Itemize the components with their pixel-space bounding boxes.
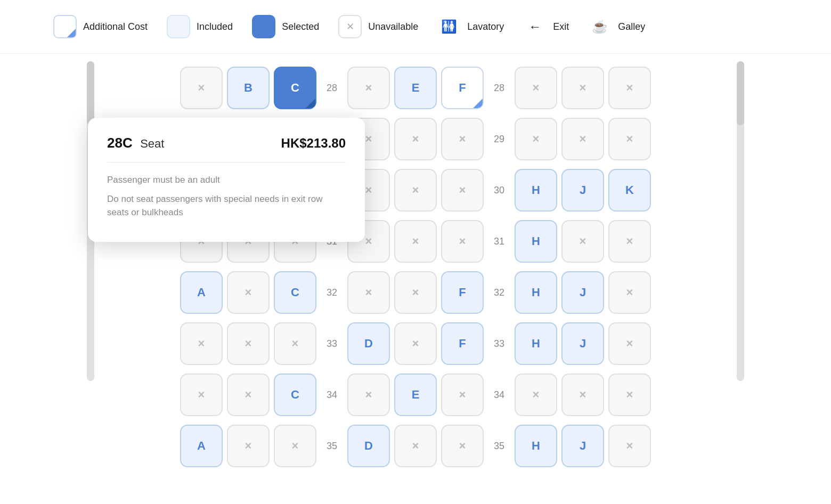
legend-item-additional-cost: Additional Cost [53,15,148,38]
seat-32D[interactable]: × [347,271,390,314]
seat-35J[interactable]: J [561,425,604,467]
x-mark: × [626,81,633,95]
seat-28A[interactable]: × [180,67,223,109]
seat-31J[interactable]: × [561,220,604,263]
seat-34H[interactable]: × [515,373,557,416]
seat-29K[interactable]: × [608,118,651,160]
seat-33K[interactable]: × [608,322,651,365]
seat-32F[interactable]: F [441,271,484,314]
seat-33A[interactable]: × [180,322,223,365]
seat-34K[interactable]: × [608,373,651,416]
row-number-right: 33 [486,338,512,349]
left-scroll-thumb[interactable] [87,61,94,125]
seat-33E[interactable]: × [394,322,437,365]
legend-item-exit: ← Exit [523,15,569,38]
seat-label: F [459,337,466,351]
legend-item-unavailable: ✕ Unavailable [338,15,418,38]
row-number-right: 31 [486,236,512,247]
x-mark: × [459,132,466,146]
seat-28K[interactable]: × [608,67,651,109]
seat-28H[interactable]: × [515,67,557,109]
seat-33H[interactable]: H [515,322,557,365]
seat-32K[interactable]: × [608,271,651,314]
seat-35A[interactable]: A [180,425,223,467]
seat-31E[interactable]: × [394,220,437,263]
seat-28D[interactable]: × [347,67,390,109]
x-mark: × [580,81,586,95]
row-number-right: 34 [486,389,512,401]
legend: Additional Cost Included Selected ✕ Unav… [0,0,831,54]
x-mark: × [459,234,466,248]
seat-30F[interactable]: × [441,169,484,212]
x-mark: × [459,183,466,197]
seat-label: H [532,439,540,453]
seat-label: J [580,286,586,299]
seat-32A[interactable]: A [180,271,223,314]
x-mark: × [365,81,372,95]
seat-label: J [580,183,586,197]
row-number-left: 33 [319,338,345,349]
seat-29J[interactable]: × [561,118,604,160]
x-mark: × [245,286,252,299]
seat-row: ××C34×E×34××× [178,371,653,418]
seat-34E[interactable]: E [394,373,437,416]
x-mark: × [580,234,586,248]
x-mark: × [365,388,372,402]
seat-28E[interactable]: E [394,67,437,109]
seat-32C[interactable]: C [274,271,316,314]
seat-31F[interactable]: × [441,220,484,263]
seat-31K[interactable]: × [608,220,651,263]
x-mark: × [245,337,252,351]
seat-label: A [197,439,206,453]
seat-34B[interactable]: × [227,373,270,416]
seat-35H[interactable]: H [515,425,557,467]
seat-32E[interactable]: × [394,271,437,314]
right-scroll-thumb[interactable] [737,61,744,125]
seat-35F[interactable]: × [441,425,484,467]
seat-29H[interactable]: × [515,118,557,160]
seat-31H[interactable]: H [515,220,557,263]
seat-32B[interactable]: × [227,271,270,314]
tooltip-price: HK$213.80 [281,136,346,151]
seat-30J[interactable]: J [561,169,604,212]
seat-30K[interactable]: K [608,169,651,212]
seat-30H[interactable]: H [515,169,557,212]
seat-32J[interactable]: J [561,271,604,314]
seat-28J[interactable]: × [561,67,604,109]
seat-33D[interactable]: D [347,322,390,365]
seat-label: C [291,286,299,299]
seat-label: H [532,337,540,351]
x-mark: × [412,439,419,453]
galley-label: Galley [618,21,645,32]
seat-35K[interactable]: × [608,425,651,467]
seat-33J[interactable]: J [561,322,604,365]
seat-33C[interactable]: × [274,322,316,365]
seat-28F[interactable]: F [441,67,484,109]
x-mark: × [412,183,419,197]
seat-34A[interactable]: × [180,373,223,416]
seat-29E[interactable]: × [394,118,437,160]
seat-35E[interactable]: × [394,425,437,467]
seat-label: H [532,286,540,299]
lavatory-icon: 🚻 [437,15,461,38]
seat-33B[interactable]: × [227,322,270,365]
seat-33F[interactable]: F [441,322,484,365]
seat-35B[interactable]: × [227,425,270,467]
seat-29F[interactable]: × [441,118,484,160]
seat-32H[interactable]: H [515,271,557,314]
seat-30E[interactable]: × [394,169,437,212]
right-scrollbar[interactable] [737,61,744,381]
x-mark: × [365,132,372,146]
seat-34D[interactable]: × [347,373,390,416]
seat-28B[interactable]: B [227,67,270,109]
x-mark: × [198,337,205,351]
seat-28C[interactable]: C [274,67,316,109]
seat-label: J [580,439,586,453]
seat-34F[interactable]: × [441,373,484,416]
seat-34C[interactable]: C [274,373,316,416]
row-number-right: 35 [486,441,512,452]
seat-35D[interactable]: D [347,425,390,467]
seat-34J[interactable]: × [561,373,604,416]
x-mark: × [292,337,299,351]
seat-35C[interactable]: × [274,425,316,467]
